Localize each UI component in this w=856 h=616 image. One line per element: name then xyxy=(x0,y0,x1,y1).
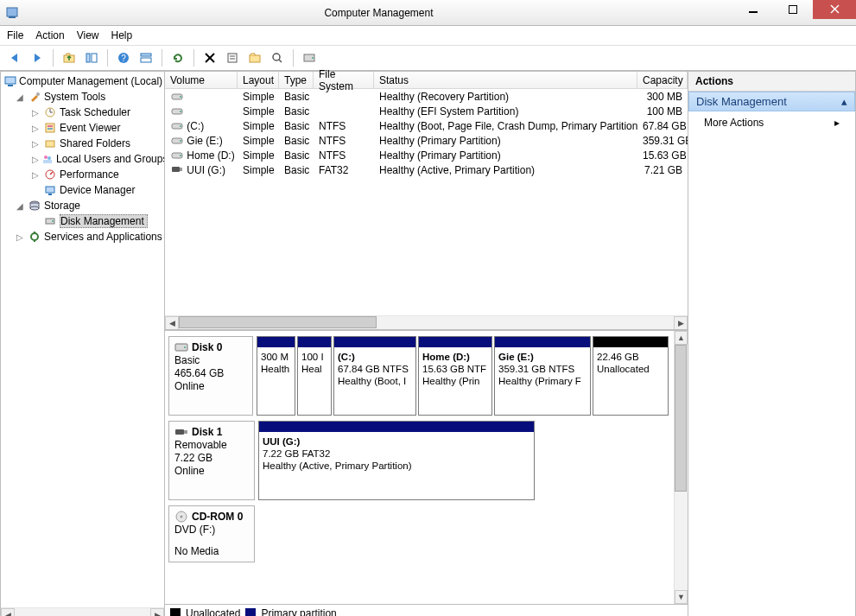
tree-local-users[interactable]: ▷Local Users and Groups xyxy=(3,151,164,167)
disk-vscrollbar[interactable]: ▲ ▼ xyxy=(674,331,688,604)
expand-icon[interactable]: ▷ xyxy=(32,170,41,180)
help-icon[interactable]: ? xyxy=(114,48,133,67)
disk-label[interactable]: Disk 0Basic465.64 GBOnline xyxy=(168,336,253,416)
toolbar-divider xyxy=(107,49,108,67)
volume-row[interactable]: SimpleBasicHealthy (Recovery Partition)3… xyxy=(165,89,688,104)
partition-bar xyxy=(298,337,331,347)
search-icon[interactable] xyxy=(268,48,287,67)
partition-bar xyxy=(334,337,415,347)
back-button[interactable] xyxy=(5,48,24,67)
volume-row[interactable]: (C:)SimpleBasicNTFSHealthy (Boot, Page F… xyxy=(165,118,688,133)
disk-icon[interactable] xyxy=(300,48,319,67)
tree-storage[interactable]: ◢Storage xyxy=(3,198,164,213)
volume-hscrollbar[interactable]: ◀ ▶ xyxy=(165,315,688,329)
expand-icon[interactable]: ▷ xyxy=(32,108,41,117)
scroll-down-icon[interactable]: ▼ xyxy=(675,590,688,604)
partition[interactable]: 300 MHealth xyxy=(257,336,295,416)
scrollbar-thumb[interactable] xyxy=(675,345,687,492)
chevron-right-icon: ▸ xyxy=(834,117,840,129)
disk-label[interactable]: CD-ROM 0DVD (F:)No Media xyxy=(168,505,255,562)
menu-help[interactable]: Help xyxy=(111,29,133,41)
col-layout[interactable]: Layout xyxy=(238,72,279,88)
refresh-icon[interactable] xyxy=(168,48,187,67)
scroll-left-icon[interactable]: ◀ xyxy=(1,608,15,617)
partition[interactable]: (C:)67.84 GB NTFSHealthy (Boot, I xyxy=(333,336,416,416)
tree-event-viewer[interactable]: ▷Event Viewer xyxy=(3,120,164,136)
scrollbar-thumb[interactable] xyxy=(179,316,377,328)
svg-rect-11 xyxy=(141,54,151,56)
partition[interactable]: 100 IHeal xyxy=(297,336,332,416)
action-more-actions[interactable]: More Actions ▸ xyxy=(688,111,855,134)
menu-action[interactable]: Action xyxy=(35,29,64,41)
clock-icon xyxy=(43,105,57,119)
menu-file[interactable]: File xyxy=(7,29,23,41)
tree-shared-folders[interactable]: ▷Shared Folders xyxy=(3,136,164,151)
expand-icon[interactable]: ▷ xyxy=(32,155,39,164)
col-status[interactable]: Status xyxy=(374,72,637,88)
legend: Unallocated Primary partition xyxy=(165,604,688,616)
svg-point-25 xyxy=(36,92,40,96)
volume-row[interactable]: SimpleBasicHealthy (EFI System Partition… xyxy=(165,104,688,118)
expand-icon[interactable]: ▷ xyxy=(32,124,41,133)
partition[interactable]: Home (D:)15.63 GB NTFHealthy (Prin xyxy=(418,336,492,416)
tree-disk-management[interactable]: Disk Management xyxy=(3,213,164,229)
tree-device-manager[interactable]: Device Manager xyxy=(3,182,164,198)
delete-icon[interactable] xyxy=(200,48,219,67)
svg-rect-1 xyxy=(9,16,16,18)
tree-task-scheduler[interactable]: ▷Task Scheduler xyxy=(3,105,164,120)
open-icon[interactable] xyxy=(245,48,264,67)
collapse-icon[interactable]: ▴ xyxy=(841,95,847,108)
legend-swatch-primary xyxy=(245,608,256,617)
tree-root[interactable]: Computer Management (Local) xyxy=(3,73,164,89)
col-volume[interactable]: Volume xyxy=(165,72,238,88)
collapse-icon[interactable]: ◢ xyxy=(16,92,25,102)
menu-view[interactable]: View xyxy=(77,29,99,41)
svg-point-45 xyxy=(31,233,38,240)
svg-rect-47 xyxy=(34,239,35,242)
minimize-button[interactable] xyxy=(733,0,773,19)
view-icon[interactable] xyxy=(136,48,155,67)
tree-system-tools[interactable]: ◢ System Tools xyxy=(3,89,164,105)
volume-rows[interactable]: SimpleBasicHealthy (Recovery Partition)3… xyxy=(165,89,688,315)
col-capacity[interactable]: Capacity xyxy=(637,72,688,88)
svg-rect-32 xyxy=(46,141,54,147)
partition-label: UUI (G:)7.22 GB FAT32Healthy (Active, Pr… xyxy=(259,432,534,475)
volume-row[interactable]: UUI (G:)SimpleBasicFAT32Healthy (Active,… xyxy=(165,162,688,177)
show-hide-icon[interactable] xyxy=(82,48,101,67)
disk-label[interactable]: Disk 1Removable7.22 GBOnline xyxy=(168,421,255,500)
volume-row[interactable]: Home (D:)SimpleBasicNTFSHealthy (Primary… xyxy=(165,148,688,162)
partition-bar xyxy=(419,337,491,347)
svg-rect-23 xyxy=(5,77,16,84)
actions-section-title[interactable]: Disk Management ▴ xyxy=(688,92,855,111)
expand-icon[interactable]: ▷ xyxy=(32,139,41,149)
actions-header: Actions xyxy=(688,72,855,92)
scroll-left-icon[interactable]: ◀ xyxy=(165,316,179,330)
partition-label: Home (D:)15.63 GB NTFHealthy (Prin xyxy=(419,347,491,391)
volume-icon xyxy=(170,165,184,174)
maximize-button[interactable] xyxy=(773,0,813,19)
partition[interactable]: UUI (G:)7.22 GB FAT32Healthy (Active, Pr… xyxy=(258,421,535,500)
navigation-tree[interactable]: Computer Management (Local) ◢ System Too… xyxy=(1,72,164,607)
scroll-right-icon[interactable]: ▶ xyxy=(150,608,164,617)
collapse-icon[interactable]: ◢ xyxy=(16,201,25,211)
toolbar-divider xyxy=(193,49,194,67)
partition-label: 22.46 GBUnallocated xyxy=(593,347,668,378)
volume-row[interactable]: Gie (E:)SimpleBasicNTFSHealthy (Primary … xyxy=(165,133,688,148)
settings-icon[interactable] xyxy=(223,48,242,67)
up-folder-icon[interactable] xyxy=(60,48,79,67)
partition[interactable]: Gie (E:)359.31 GB NTFSHealthy (Primary F xyxy=(494,336,591,416)
close-button[interactable] xyxy=(813,0,856,19)
folder-icon xyxy=(43,137,57,150)
col-filesystem[interactable]: File System xyxy=(314,72,374,88)
col-type[interactable]: Type xyxy=(279,72,314,88)
menubar: File Action View Help xyxy=(0,26,856,46)
scroll-up-icon[interactable]: ▲ xyxy=(675,331,688,345)
tree-performance[interactable]: ▷Performance xyxy=(3,167,164,182)
tree-hscrollbar[interactable]: ◀ ▶ xyxy=(1,607,164,616)
scroll-right-icon[interactable]: ▶ xyxy=(674,316,688,330)
expand-icon[interactable]: ▷ xyxy=(16,232,25,242)
forward-button[interactable] xyxy=(28,48,47,67)
tree-services-applications[interactable]: ▷Services and Applications xyxy=(3,229,164,244)
partition-unallocated[interactable]: 22.46 GBUnallocated xyxy=(593,336,669,416)
tree-root-label: Computer Management (Local) xyxy=(19,75,162,87)
